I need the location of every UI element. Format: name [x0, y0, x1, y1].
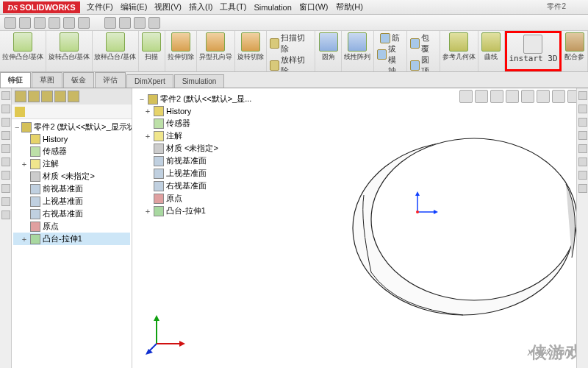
fm-tab-icon[interactable]	[68, 91, 79, 102]
qat-icon[interactable]	[49, 17, 60, 29]
fm-filter[interactable]	[12, 105, 132, 119]
tab-features[interactable]: 特征	[0, 72, 31, 88]
ribbon-ref-geom[interactable]: 参考几何体	[440, 31, 478, 71]
view-tool-icon[interactable]	[521, 90, 534, 103]
tool-icon[interactable]	[1, 91, 10, 100]
qat-icon[interactable]	[4, 17, 16, 29]
tree-node[interactable]: 右视基准面	[13, 208, 130, 220]
qat-icon[interactable]	[148, 17, 160, 29]
tree-node[interactable]: 传感器	[13, 145, 130, 158]
tree-node[interactable]: +History	[137, 105, 253, 117]
tree-node[interactable]: 前视基准面	[137, 155, 253, 167]
floating-feature-tree[interactable]: −零件2 (默认<<默认>_显...+History传感器+注解材质 <未指定>…	[135, 91, 254, 219]
ribbon-loft-boss[interactable]: 放样凸台/基体	[93, 31, 139, 71]
tree-node[interactable]: 传感器	[137, 117, 253, 130]
menu-tools[interactable]: 工具(T)	[216, 1, 250, 13]
ribbon-dome[interactable]: 圆顶	[410, 54, 437, 72]
view-tool-icon[interactable]	[490, 90, 503, 103]
tool-icon[interactable]	[578, 144, 587, 153]
qat-icon[interactable]	[104, 17, 116, 29]
qat-icon[interactable]	[34, 17, 46, 29]
tool-icon[interactable]	[578, 171, 587, 180]
tool-icon[interactable]	[1, 131, 10, 140]
tree-node[interactable]: +注解	[13, 158, 130, 170]
ribbon-fillet[interactable]: 圆角	[315, 31, 342, 71]
ribbon-revolve-cut[interactable]: 旋转切除	[235, 31, 267, 71]
tool-icon[interactable]	[578, 158, 587, 166]
tool-icon[interactable]	[578, 118, 587, 127]
qat-icon[interactable]	[19, 17, 31, 29]
ribbon-hole-wizard[interactable]: 异型孔向导	[197, 31, 235, 71]
tool-icon[interactable]	[1, 197, 10, 206]
ribbon-extrude-boss[interactable]: 拉伸凸台/基体	[0, 31, 46, 71]
tool-icon[interactable]	[1, 210, 10, 219]
ribbon-extrude-cut[interactable]: 拉伸切除	[165, 31, 197, 71]
qat-icon[interactable]	[119, 17, 131, 29]
menu-window[interactable]: 窗口(W)	[295, 1, 332, 13]
tree-node[interactable]: 上视基准面	[13, 195, 130, 208]
ribbon-draft[interactable]: 拔模	[377, 43, 404, 66]
tree-root[interactable]: −零件2 (默认<<默认>_显...	[137, 93, 253, 105]
view-tool-icon[interactable]	[506, 90, 519, 103]
tool-icon[interactable]	[1, 171, 10, 180]
ribbon-linear-pattern[interactable]: 线性阵列	[342, 31, 373, 71]
tree-node[interactable]: History	[13, 133, 130, 145]
ribbon-wrap[interactable]: 包覆	[410, 32, 437, 54]
menu-edit[interactable]: 编辑(E)	[117, 1, 151, 13]
tab-simulation[interactable]: Simulation	[174, 74, 225, 88]
view-tool-icon[interactable]	[537, 90, 550, 103]
tree-node[interactable]: 右视基准面	[137, 180, 253, 192]
tree-node[interactable]: 材质 <未指定>	[13, 170, 130, 183]
tree-node[interactable]: +凸台-拉伸1	[13, 233, 130, 245]
fm-tab-icon[interactable]	[28, 91, 40, 102]
view-tool-icon[interactable]	[552, 90, 565, 103]
menu-help[interactable]: 帮助(H)	[332, 1, 367, 13]
tab-sheetmetal[interactable]: 钣金	[63, 72, 94, 88]
menu-file[interactable]: 文件(F)	[83, 1, 117, 13]
menu-simulation[interactable]: Simulation	[250, 3, 295, 12]
tree-node[interactable]: 上视基准面	[137, 167, 253, 180]
tab-evaluate[interactable]: 评估	[95, 72, 126, 88]
tool-icon[interactable]	[578, 91, 587, 100]
tool-icon[interactable]	[1, 184, 10, 193]
view-tool-icon[interactable]	[459, 90, 473, 103]
tab-dimxpert[interactable]: DimXpert	[126, 74, 173, 88]
tab-sketch[interactable]: 草图	[32, 72, 62, 88]
model-disc[interactable]	[338, 125, 581, 333]
fm-tab-icon[interactable]	[15, 91, 26, 102]
viewport-3d[interactable]: −零件2 (默认<<默认>_显...+History传感器+注解材质 <未指定>…	[132, 88, 588, 368]
feature-tree[interactable]: −零件2 (默认<<默认>_显示状History传感器+注解材质 <未指定>前视…	[12, 119, 132, 368]
menu-insert[interactable]: 插入(I)	[185, 1, 216, 13]
tree-root[interactable]: −零件2 (默认<<默认>_显示状	[13, 121, 130, 133]
tree-node[interactable]: +凸台-拉伸1	[137, 205, 253, 217]
fm-tab-icon[interactable]	[54, 91, 66, 102]
ribbon-sweep-cut[interactable]: 扫描切除	[270, 32, 312, 54]
ribbon-revolve-boss[interactable]: 旋转凸台/基体	[46, 31, 93, 71]
ribbon-mate-ref[interactable]: 配合参	[562, 31, 588, 71]
menu-view[interactable]: 视图(V)	[151, 1, 185, 13]
tool-icon[interactable]	[1, 144, 10, 153]
tool-icon[interactable]	[1, 158, 10, 166]
ribbon-rib[interactable]: 筋	[380, 32, 400, 43]
tool-icon[interactable]	[578, 131, 587, 140]
tree-node[interactable]: 原点	[13, 220, 130, 233]
tree-node[interactable]: 材质 <未指定>	[137, 142, 253, 155]
view-triad-icon[interactable]	[146, 311, 190, 355]
tool-icon[interactable]	[578, 105, 587, 113]
tool-icon[interactable]	[578, 184, 587, 193]
ribbon-curves[interactable]: 曲线	[478, 31, 505, 71]
qat-icon[interactable]	[78, 17, 90, 29]
qat-icon[interactable]	[134, 17, 146, 29]
tool-icon[interactable]	[1, 105, 10, 113]
ribbon-shell[interactable]: 抽壳	[377, 66, 404, 72]
tool-icon[interactable]	[1, 118, 10, 127]
ribbon-instant3d-highlighted[interactable]: instart 3D	[505, 31, 562, 71]
tree-node[interactable]: +注解	[137, 130, 253, 142]
ribbon-sweep[interactable]: 扫描	[139, 31, 165, 71]
ribbon-loft-cut[interactable]: 放样切除	[270, 54, 312, 72]
view-tool-icon[interactable]	[475, 90, 488, 103]
qat-icon[interactable]	[63, 17, 75, 29]
fm-tab-icon[interactable]	[41, 91, 53, 102]
tree-node[interactable]: 前视基准面	[13, 183, 130, 195]
tree-node[interactable]: 原点	[137, 192, 253, 205]
